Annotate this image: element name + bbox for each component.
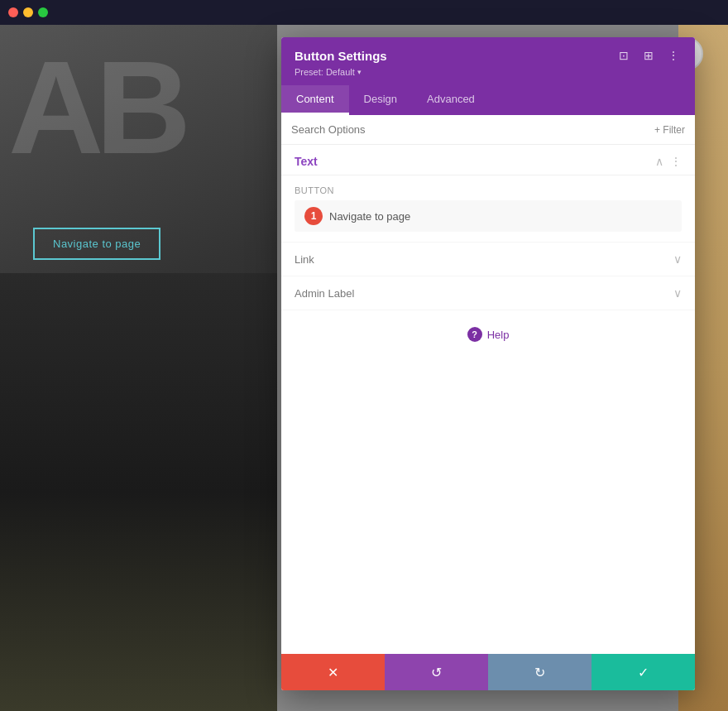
- tab-design[interactable]: Design: [349, 85, 412, 115]
- cancel-button[interactable]: ✕: [281, 654, 385, 690]
- search-bar: + Filter: [281, 115, 695, 145]
- button-field-row: 1 Navigate to page: [295, 200, 682, 232]
- more-options-icon[interactable]: ⋮: [665, 47, 682, 64]
- panel-footer: ✕ ↺ ↻ ✓: [281, 654, 695, 690]
- panel-header: Button Settings ⊡ ⊞ ⋮ Preset: Default ▾: [281, 37, 695, 85]
- background-abc-text: AB: [8, 41, 183, 174]
- preset-arrow-icon: ▾: [357, 68, 362, 76]
- help-row[interactable]: ? Help: [281, 310, 695, 358]
- panel-content: Text ∧ ⋮ Button 1 Navigate to page Link …: [281, 145, 695, 654]
- topbar-close-dot: [8, 7, 18, 17]
- help-label: Help: [487, 329, 510, 341]
- section-more-icon[interactable]: ⋮: [670, 155, 682, 168]
- admin-label-text: Admin Label: [295, 287, 354, 300]
- button-field-group: Button 1 Navigate to page: [281, 175, 695, 243]
- filter-button[interactable]: + Filter: [654, 124, 685, 136]
- panel-title: Button Settings: [295, 49, 387, 63]
- page-button-preview[interactable]: Navigate to page: [33, 228, 160, 260]
- link-row[interactable]: Link ∨: [281, 243, 695, 276]
- button-field-value[interactable]: Navigate to page: [329, 210, 672, 223]
- topbar-maximize-dot: [38, 7, 48, 17]
- page-canvas-left: AB Navigate to page: [0, 25, 277, 711]
- admin-label-expand-icon: ∨: [673, 286, 682, 300]
- link-expand-icon: ∨: [673, 252, 682, 266]
- admin-label-row[interactable]: Admin Label ∨: [281, 276, 695, 310]
- background-photo: [0, 273, 277, 711]
- tab-advanced[interactable]: Advanced: [412, 85, 490, 115]
- undo-button[interactable]: ↺: [385, 654, 488, 690]
- link-label: Link: [295, 253, 314, 266]
- text-section-title: Text: [295, 155, 318, 168]
- text-section: Text ∧ ⋮ Button 1 Navigate to page: [281, 145, 695, 243]
- text-section-header: Text ∧ ⋮: [281, 145, 695, 175]
- panel-header-icons: ⊡ ⊞ ⋮: [615, 47, 682, 64]
- redo-button[interactable]: ↻: [488, 654, 592, 690]
- button-settings-panel: Button Settings ⊡ ⊞ ⋮ Preset: Default ▾ …: [281, 37, 695, 690]
- help-icon: ?: [467, 327, 482, 342]
- responsive-icon[interactable]: ⊡: [615, 47, 632, 64]
- button-field-label: Button: [295, 185, 682, 195]
- panel-tabs: Content Design Advanced: [281, 85, 695, 115]
- topbar-minimize-dot: [23, 7, 33, 17]
- section-header-icons: ∧ ⋮: [655, 155, 682, 168]
- save-button[interactable]: ✓: [592, 654, 695, 690]
- topbar: [0, 0, 728, 25]
- field-badge: 1: [304, 207, 323, 225]
- search-input[interactable]: [291, 123, 654, 136]
- tab-content[interactable]: Content: [281, 85, 349, 115]
- collapse-icon[interactable]: ∧: [655, 155, 663, 168]
- fullscreen-icon[interactable]: ⊞: [640, 47, 657, 64]
- preset-label[interactable]: Preset: Default ▾: [295, 67, 682, 77]
